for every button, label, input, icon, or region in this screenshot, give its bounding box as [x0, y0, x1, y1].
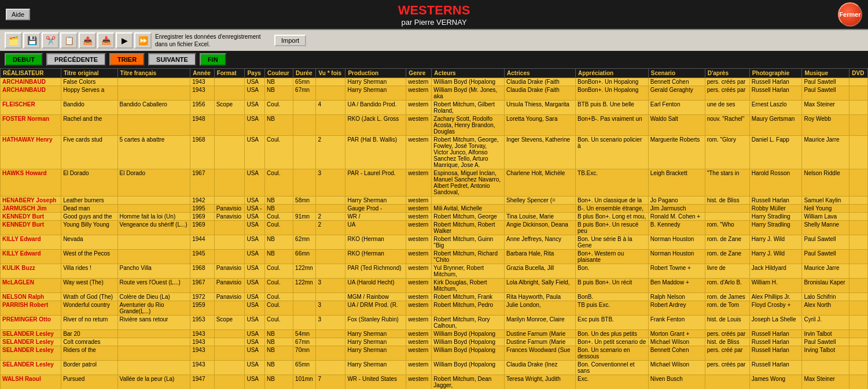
cell-5-17: Nelson Riddle [802, 169, 849, 197]
cell-10-7: 62mn [293, 235, 316, 250]
cell-3-11: Zachary Scott, Rodolfo Acosta, Henry Bra… [432, 115, 505, 136]
cell-18-12: Dustine Farnum (Marie [505, 338, 576, 346]
cell-20-11: William Boyd (Hopalong [432, 361, 505, 375]
cell-10-2 [117, 235, 190, 250]
cell-14-16: Alex Phillips Jr. [749, 293, 802, 301]
cell-7-12 [505, 205, 576, 213]
toolbar-icon-2[interactable]: 💾 [23, 32, 41, 49]
toolbar-icon-6[interactable]: 📥 [97, 32, 115, 49]
cell-9-17: Shelly Manne [802, 221, 849, 235]
cell-20-9: Harry Sherman [345, 361, 406, 375]
cell-6-16: Russell Harlan [749, 197, 802, 205]
toolbar-icon-3[interactable]: ✂️ [42, 32, 59, 49]
top-bar: Aide WESTERNS par Pierre VERNAY Fermer [0, 0, 868, 29]
cell-3-13: Bon+B-. Pas vraiment un [576, 115, 649, 136]
cell-15-10: western [406, 301, 432, 316]
cell-13-9: UA (Harold Hecht) [345, 279, 406, 293]
cell-16-9: Fox (Stanley Rubin) [345, 316, 406, 330]
cell-0-15: pers. créés par [705, 78, 749, 86]
cell-12-0: KULIK Buzz [1, 264, 61, 279]
cell-9-18 [849, 221, 868, 235]
cell-9-12: Angie Dickinson, Deana [505, 221, 576, 235]
cell-5-5: USA [245, 169, 265, 197]
toolbar-icon-7[interactable]: ▶ [116, 32, 133, 49]
cell-11-9: RKO (Herman [345, 250, 406, 264]
cell-8-10: western [406, 213, 432, 221]
cell-19-10: western [406, 346, 432, 361]
cell-11-1: West of the Pecos [61, 250, 117, 264]
cell-7-15 [705, 205, 749, 213]
cell-5-15: "The stars in [705, 169, 749, 197]
cell-19-18 [849, 346, 868, 361]
cell-8-15 [705, 213, 749, 221]
cell-2-11: Robert Mitchum, Gilbert Roland, [432, 101, 505, 115]
cell-8-11: Robert Mitchum, George [432, 213, 505, 221]
cell-9-15: rom. "Who [705, 221, 749, 235]
col-header-11: Acteurs [432, 69, 505, 78]
cell-1-15: pers. créés par [705, 86, 749, 101]
cell-20-2 [117, 361, 190, 375]
toolbar-icon-8[interactable]: ⏩ [134, 32, 152, 49]
cell-15-5: USA [245, 301, 265, 316]
toolbar-icon-4[interactable]: 📋 [60, 32, 78, 49]
fin-button[interactable]: FIN [200, 53, 226, 66]
fermer-button[interactable]: Fermer [838, 2, 862, 27]
table-row: McLAGLENWay west (The)Route vers l'Ouest… [1, 279, 868, 293]
cell-17-3: 1943 [190, 330, 214, 338]
debut-button[interactable]: DEBUT [5, 53, 43, 66]
cell-19-15: pers. créé par [705, 346, 749, 361]
cell-20-1: Border patrol [61, 361, 117, 375]
precedente-button[interactable]: PRÉCÉDENTE [46, 53, 106, 66]
cell-5-14: Leigh Brackett [648, 169, 705, 197]
cell-21-2: Vallée de la peur (La) [117, 375, 190, 390]
cell-0-2 [117, 78, 190, 86]
aide-button[interactable]: Aide [6, 9, 30, 20]
cell-1-16: Russell Harlan [749, 86, 802, 101]
trier-button[interactable]: TRIER [109, 53, 145, 66]
cell-9-13: B puis Bon+. Un resucé peu [576, 221, 649, 235]
suivante-button[interactable]: SUIVANTE [148, 53, 196, 66]
cell-15-4 [214, 301, 245, 316]
col-header-17: Musique [802, 69, 849, 78]
cell-14-9: MGM / Rainbow [345, 293, 406, 301]
cell-0-1: False Colors [61, 78, 117, 86]
cell-21-4 [214, 375, 245, 390]
cell-13-18 [849, 279, 868, 293]
cell-2-13: BTB puis B. Une belle [576, 101, 649, 115]
cell-11-17: Paul Sawtell [802, 250, 849, 264]
cell-19-1: Riders of the [61, 346, 117, 361]
cell-4-8: 2 [316, 136, 345, 169]
cell-20-6: NB [265, 361, 293, 375]
toolbar-icon-1[interactable]: 🗂️ [5, 32, 22, 49]
cell-3-15: nouv. "Rachel" [705, 115, 749, 136]
cell-21-9: WR - United States [345, 375, 406, 390]
cell-21-1: Pursued [61, 375, 117, 390]
cell-1-13: BonBon+. Un Hopalong [576, 86, 649, 101]
cell-11-13: Bon+. Western ou plaisante [576, 250, 649, 264]
cell-2-0: FLEISCHER [1, 101, 61, 115]
toolbar-icon-5[interactable]: 📤 [79, 32, 96, 49]
cell-6-15: hist. de Bliss [705, 197, 749, 205]
cell-4-12: Inger Stevens, Katherine [505, 136, 576, 169]
cell-16-4: Scope [214, 316, 245, 330]
cell-1-7: 67mn [293, 86, 316, 101]
import-button[interactable]: Import [274, 35, 306, 46]
cell-10-17: Paul Sawtell [802, 235, 849, 250]
cell-12-3: 1968 [190, 264, 214, 279]
cell-6-0: HENABERY Joseph [1, 197, 61, 205]
nav-bar: DEBUT PRÉCÉDENTE TRIER SUIVANTE FIN [0, 51, 868, 68]
cell-5-12: Charlene Holt, Michèle [505, 169, 576, 197]
cell-10-8 [316, 235, 345, 250]
cell-15-7 [293, 301, 316, 316]
cell-11-4 [214, 250, 245, 264]
cell-12-14: Robert Towne + [648, 264, 705, 279]
cell-18-17: Paul Sawtell [802, 338, 849, 346]
cell-5-7 [293, 169, 316, 197]
cell-9-9: UA [345, 221, 406, 235]
cell-18-1: Colt comrades [61, 338, 117, 346]
cell-7-5: USA - [245, 205, 265, 213]
cell-2-2: Bandido Caballero [117, 101, 190, 115]
cell-2-18 [849, 101, 868, 115]
cell-19-12: Frances Woodward (Sue [505, 346, 576, 361]
cell-0-4 [214, 78, 245, 86]
